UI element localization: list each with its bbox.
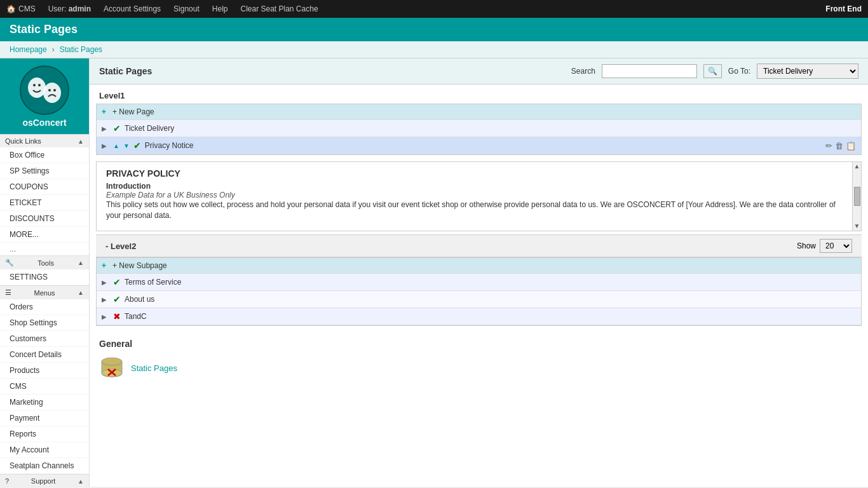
privacy-notice-edit[interactable]: ✏: [825, 141, 832, 151]
sidebar-item-payment[interactable]: Payment: [0, 410, 89, 426]
about-us-name: About us: [125, 295, 856, 304]
privacy-intro-label: Introduction: [106, 182, 851, 191]
help-link[interactable]: Help: [212, 4, 228, 13]
sidebar-item-box-office[interactable]: Box Office: [0, 147, 89, 163]
content-area: Static Pages Search 🔍 Go To: Ticket Deli…: [90, 58, 868, 487]
content-header: Static Pages Search 🔍 Go To: Ticket Deli…: [90, 58, 868, 85]
privacy-notice-row: ▶ ▲ ▼ ✔ Privacy Notice ✏ 🗑 📋: [97, 137, 861, 154]
new-page-row[interactable]: + + New Page: [97, 104, 861, 120]
terms-name: Terms of Service: [125, 278, 856, 287]
sidebar-item-concert-details[interactable]: Concert Details: [0, 347, 89, 363]
sidebar-item-marketing[interactable]: Marketing: [0, 395, 89, 410]
sidebar-item-orders[interactable]: Orders: [0, 299, 89, 315]
privacy-notice-expand[interactable]: ▶: [102, 142, 109, 149]
quick-links-label: Quick Links: [5, 137, 41, 145]
search-label: Search: [571, 67, 595, 76]
sidebar: osConcert Quick Links ▲ Box Office SP Se…: [0, 58, 90, 487]
page-header: Static Pages: [0, 18, 868, 41]
tandc-name: TandC: [125, 312, 856, 321]
ticket-delivery-row: ▶ ✔ Ticket Delivery: [97, 120, 861, 137]
terms-status-icon: ✔: [113, 277, 121, 287]
support-arrow: ▲: [78, 478, 84, 485]
top-navigation: 🏠 CMS User: admin Account Settings Signo…: [0, 0, 868, 18]
sidebar-section-support[interactable]: ? Support ▲: [0, 474, 89, 487]
svg-point-7: [102, 358, 122, 365]
privacy-notice-delete[interactable]: 🗑: [835, 141, 843, 151]
terms-expand[interactable]: ▶: [102, 279, 109, 286]
logo-svg: [19, 65, 70, 116]
breadcrumb-separator: ›: [52, 45, 55, 54]
new-subpage-icon: +: [102, 261, 106, 270]
ticket-delivery-expand[interactable]: ▶: [102, 125, 109, 132]
sidebar-item-customers[interactable]: Customers: [0, 331, 89, 347]
privacy-notice-status-icon: ✔: [133, 140, 141, 151]
breadcrumb-home[interactable]: Homepage: [10, 45, 47, 54]
sidebar-section-quick-links[interactable]: Quick Links ▲: [0, 134, 89, 147]
sidebar-section-tools[interactable]: 🔧 Tools ▲: [0, 255, 89, 269]
privacy-notice-move-down[interactable]: ▼: [123, 142, 130, 149]
show-label: Show: [797, 241, 816, 250]
sidebar-item-settings[interactable]: SETTINGS: [0, 269, 89, 285]
new-subpage-row[interactable]: + + New Subpage: [97, 258, 861, 274]
privacy-notice-move-up[interactable]: ▲: [113, 142, 119, 149]
breadcrumb-current: Static Pages: [60, 45, 102, 54]
general-static-pages-link[interactable]: Static Pages: [131, 363, 177, 373]
level1-table: + + New Page ▶ ✔ Ticket Delivery ▶ ▲ ▼ ✔…: [96, 104, 862, 155]
privacy-heading: PRIVACY POLICY: [106, 168, 851, 179]
sidebar-dots: ...: [0, 243, 89, 255]
sidebar-item-discounts[interactable]: DISCOUNTS: [0, 211, 89, 227]
scroll-up-arrow[interactable]: ▲: [854, 163, 860, 170]
search-input[interactable]: [602, 64, 697, 78]
about-us-expand[interactable]: ▶: [102, 296, 109, 303]
sidebar-item-seatplan-channels[interactable]: Seatplan Channels: [0, 458, 89, 474]
database-icon-svg: [99, 355, 125, 381]
sidebar-item-more[interactable]: MORE...: [0, 227, 89, 243]
signout-link[interactable]: Signout: [173, 4, 200, 13]
svg-point-5: [48, 89, 51, 92]
sidebar-logo: osConcert: [0, 58, 89, 134]
scroll-thumb: [854, 187, 860, 206]
svg-point-4: [43, 83, 61, 103]
sidebar-item-cms[interactable]: CMS: [0, 379, 89, 395]
page-title: Static Pages: [10, 23, 78, 36]
show-select[interactable]: 102050100: [820, 239, 852, 253]
privacy-notice-actions: ✏ 🗑 📋: [825, 141, 856, 151]
cms-home-link[interactable]: 🏠 CMS: [6, 4, 36, 13]
new-page-icon: +: [102, 107, 106, 116]
sidebar-item-products[interactable]: Products: [0, 363, 89, 379]
search-button[interactable]: 🔍: [703, 64, 722, 78]
about-us-status-icon: ✔: [113, 294, 121, 304]
sidebar-item-my-account[interactable]: My Account: [0, 442, 89, 458]
privacy-intro-italic: Example Data for a UK Business Only: [106, 191, 851, 200]
front-end-link[interactable]: Front End: [825, 4, 862, 13]
level2-header: - Level2 Show 102050100: [96, 234, 862, 257]
tandc-row: ▶ ✖ TandC: [97, 308, 861, 325]
account-settings-link[interactable]: Account Settings: [104, 4, 161, 13]
goto-label: Go To:: [728, 67, 750, 76]
level1-header: Level1: [90, 85, 868, 104]
new-subpage-label: + New Subpage: [112, 261, 167, 270]
goto-select[interactable]: Ticket DeliveryPrivacy NoticeTerms of Se…: [757, 64, 858, 79]
tools-arrow: ▲: [78, 259, 84, 266]
sidebar-item-shop-settings[interactable]: Shop Settings: [0, 315, 89, 331]
sidebar-section-menus[interactable]: ☰ Menus ▲: [0, 285, 89, 299]
user-label: User: admin: [48, 4, 91, 13]
sidebar-item-reports[interactable]: Reports: [0, 426, 89, 442]
clear-cache-link[interactable]: Clear Seat Plan Cache: [240, 4, 318, 13]
scroll-down-arrow[interactable]: ▼: [854, 223, 860, 229]
main-layout: osConcert Quick Links ▲ Box Office SP Se…: [0, 58, 868, 487]
cms-label: CMS: [18, 4, 36, 13]
sidebar-item-eticket[interactable]: ETICKET: [0, 195, 89, 211]
privacy-notice-copy[interactable]: 📋: [846, 141, 856, 151]
about-us-row: ▶ ✔ About us: [97, 291, 861, 308]
general-content: Static Pages: [99, 355, 858, 381]
db-icon: [99, 355, 125, 381]
tools-label: Tools: [37, 259, 54, 267]
menus-label: Menus: [34, 289, 55, 297]
tandc-expand[interactable]: ▶: [102, 313, 109, 320]
breadcrumb: Homepage › Static Pages: [0, 41, 868, 58]
preview-scrollbar[interactable]: ▲ ▼: [852, 162, 861, 231]
sidebar-item-coupons[interactable]: COUPONS: [0, 179, 89, 195]
sidebar-item-sp-settings[interactable]: SP Settings: [0, 163, 89, 179]
support-label: Support: [31, 477, 56, 485]
